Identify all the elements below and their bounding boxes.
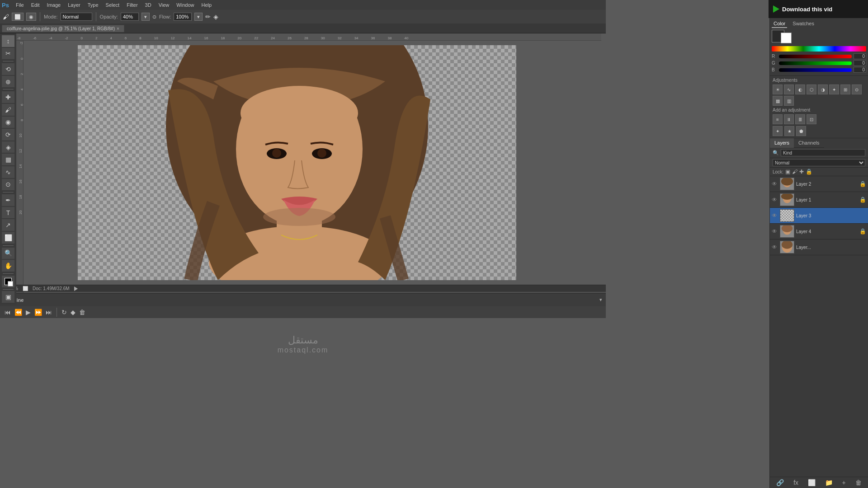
- timeline-to-start[interactable]: ⏮: [5, 309, 11, 316]
- layers-group-btn[interactable]: 📁: [825, 479, 833, 486]
- menu-window[interactable]: Window: [173, 1, 197, 9]
- canvas-area[interactable]: [24, 41, 601, 285]
- adj-extra-1[interactable]: ✦: [773, 126, 783, 136]
- mode-input[interactable]: [61, 13, 92, 21]
- timeline-prev-frame[interactable]: ⏪: [14, 309, 22, 316]
- tool-lasso[interactable]: ✂: [2, 48, 14, 60]
- layer-eye-icon-bg[interactable]: 👁: [772, 244, 778, 250]
- tool-foreground-bg[interactable]: [2, 276, 14, 287]
- g-slider-track[interactable]: [779, 61, 852, 65]
- timeline-next-frame[interactable]: ⏩: [34, 309, 42, 316]
- menu-select[interactable]: Select: [103, 1, 123, 9]
- timeline-play-status[interactable]: [74, 286, 78, 291]
- file-tab-close[interactable]: ×: [117, 26, 119, 31]
- timeline-loop[interactable]: ↻: [61, 309, 67, 316]
- b-slider-track[interactable]: [779, 68, 852, 72]
- layer-row-3[interactable]: 👁 Layer 3: [770, 208, 868, 224]
- tool-stamp[interactable]: ◉: [2, 117, 14, 128]
- adj-gradient-map[interactable]: ▦: [773, 96, 783, 106]
- layers-delete-btn[interactable]: 🗑: [855, 479, 862, 486]
- timeline-play-pause[interactable]: ▶: [26, 309, 31, 316]
- layers-mask-btn[interactable]: ⬜: [808, 479, 816, 486]
- opacity-arrow-btn[interactable]: ▾: [142, 13, 150, 21]
- tab-layers[interactable]: Layers: [770, 138, 794, 148]
- lock-all[interactable]: 🔒: [806, 169, 812, 175]
- tool-eyedropper[interactable]: ⊕: [2, 76, 14, 88]
- download-banner[interactable]: Download this vid: [769, 0, 868, 18]
- adj-bw[interactable]: ◑: [818, 84, 828, 94]
- lock-transparent[interactable]: ▣: [785, 169, 790, 175]
- menu-layer[interactable]: Layer: [65, 1, 84, 9]
- tool-crop[interactable]: ⟲: [2, 63, 14, 75]
- adj-vibrance[interactable]: ✦: [829, 84, 839, 94]
- menu-filter[interactable]: Filter: [123, 1, 141, 9]
- adj-selectivecolor[interactable]: ▥: [784, 96, 794, 106]
- adj-curves[interactable]: ∿: [784, 84, 794, 94]
- tool-screen-mode[interactable]: ▣: [2, 291, 14, 303]
- tab-color[interactable]: Color: [772, 20, 787, 28]
- tool-hand[interactable]: ✋: [2, 260, 14, 272]
- tool-zoom[interactable]: 🔍: [2, 248, 14, 259]
- layers-link-btn[interactable]: 🔗: [776, 479, 784, 486]
- adj-colorbalance[interactable]: ⊞: [840, 84, 850, 94]
- tool-move[interactable]: ↕: [2, 35, 14, 47]
- tab-swatches[interactable]: Swatches: [791, 20, 816, 28]
- adj-photofilter[interactable]: ⊙: [852, 84, 862, 94]
- flow-arrow-btn[interactable]: ▾: [194, 13, 203, 21]
- brush-size-btn[interactable]: ⬜: [12, 13, 24, 21]
- timeline-collapse-btn[interactable]: ▾: [599, 297, 602, 303]
- flow-input[interactable]: [174, 13, 192, 21]
- adj-levels[interactable]: ≡: [773, 114, 783, 124]
- tab-channels[interactable]: Channels: [794, 138, 824, 148]
- file-tab[interactable]: coiffure-angelina-jolie.jpg @ 75.1% (Lay…: [2, 25, 124, 32]
- tool-type[interactable]: T: [2, 207, 14, 219]
- layer-row-bg[interactable]: 👁 Layer...: [770, 239, 868, 255]
- adj-extra-2[interactable]: ★: [784, 126, 794, 136]
- adj-brightness[interactable]: ☀: [773, 84, 783, 94]
- timeline-to-end[interactable]: ⏭: [46, 309, 52, 316]
- background-swatch[interactable]: [781, 33, 792, 43]
- layer-row-2[interactable]: 👁 Layer 2 🔒: [770, 176, 868, 192]
- menu-3d[interactable]: 3D: [142, 1, 155, 9]
- color-spectrum-bar[interactable]: [772, 46, 866, 52]
- adj-extra-3[interactable]: ⬟: [796, 126, 806, 136]
- tool-shape[interactable]: ⬜: [2, 232, 14, 244]
- adj-threshold[interactable]: ⏸: [784, 114, 794, 124]
- adj-exposure[interactable]: ◐: [795, 84, 805, 94]
- menu-edit[interactable]: Edit: [28, 1, 43, 9]
- layer-row-1[interactable]: 👁 Layer 1 🔒: [770, 192, 868, 208]
- menu-type[interactable]: Type: [85, 1, 102, 9]
- adj-posterize[interactable]: ≣: [795, 114, 805, 124]
- tool-history[interactable]: ⟳: [2, 129, 14, 141]
- menu-image[interactable]: Image: [44, 1, 64, 9]
- g-value[interactable]: [854, 60, 866, 66]
- menu-file[interactable]: File: [13, 1, 27, 9]
- b-value[interactable]: [854, 67, 866, 73]
- lock-position[interactable]: ✚: [799, 169, 804, 175]
- tool-pen[interactable]: ✒: [2, 194, 14, 206]
- layer-eye-icon-1[interactable]: 👁: [772, 197, 778, 203]
- tool-eraser[interactable]: ◈: [2, 141, 14, 153]
- tool-healing[interactable]: ✚: [2, 91, 14, 103]
- layer-eye-icon-4[interactable]: 👁: [772, 228, 778, 235]
- adj-hue[interactable]: ⬡: [807, 84, 816, 94]
- lock-image[interactable]: 🖌: [792, 169, 797, 175]
- r-value[interactable]: [854, 53, 866, 59]
- tool-gradient[interactable]: ▦: [2, 154, 14, 165]
- layers-new-btn[interactable]: +: [842, 479, 846, 486]
- layers-kind-input[interactable]: [781, 149, 865, 156]
- layer-row-4[interactable]: 👁 Layer 4 🔒: [770, 224, 868, 239]
- layer-eye-icon-3[interactable]: 👁: [772, 212, 778, 219]
- menu-view[interactable]: View: [156, 1, 173, 9]
- r-slider-track[interactable]: [779, 55, 852, 58]
- layer-eye-icon[interactable]: 👁: [772, 181, 778, 187]
- timeline-delete-keyframe[interactable]: 🗑: [79, 309, 85, 316]
- menu-help[interactable]: Help: [198, 1, 215, 9]
- tool-dodge[interactable]: ⊙: [2, 179, 14, 191]
- blend-mode-select[interactable]: Normal Multiply Screen Overlay: [773, 159, 865, 166]
- brush-hardness-btn[interactable]: ◉: [26, 13, 36, 21]
- layers-fx-btn[interactable]: fx: [793, 479, 798, 486]
- adj-invert[interactable]: ⊡: [807, 114, 816, 124]
- timeline-add-keyframe[interactable]: ◆: [71, 309, 75, 316]
- opacity-input[interactable]: [121, 13, 139, 21]
